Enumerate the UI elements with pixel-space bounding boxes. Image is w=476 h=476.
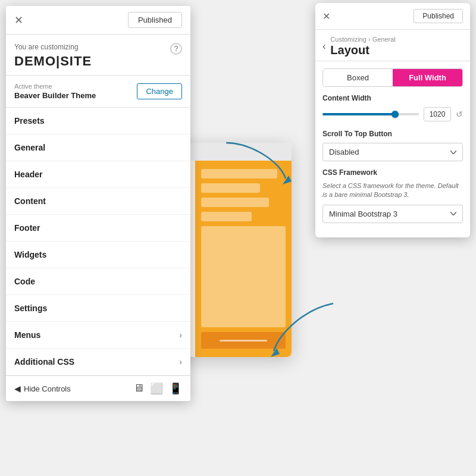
boxed-option-button[interactable]: Boxed bbox=[323, 69, 393, 86]
css-framework-description: Select a CSS framework for the theme. De… bbox=[322, 181, 463, 200]
nav-item-label: Settings bbox=[14, 303, 47, 313]
content-width-slider-row: ↺ bbox=[322, 107, 463, 121]
left-customizer-panel: ✕ Published You are customizing DEMO|SIT… bbox=[6, 6, 190, 401]
placeholder-bar bbox=[201, 169, 277, 178]
nav-menu: Presets General Header Content Footer Wi… bbox=[6, 108, 190, 375]
left-close-button[interactable]: ✕ bbox=[14, 15, 23, 26]
slider-reset-icon[interactable]: ↺ bbox=[456, 109, 463, 119]
nav-item-label: Content bbox=[14, 196, 46, 206]
nav-item-label: Presets bbox=[14, 116, 45, 126]
nav-item-label: Additional CSS bbox=[14, 357, 74, 367]
right-panel-header: ✕ Published bbox=[315, 3, 470, 30]
placeholder-bar bbox=[201, 183, 260, 193]
layout-toggle-group: Boxed Full Width bbox=[322, 68, 463, 87]
site-text: You are customizing DEMO|SITE bbox=[14, 43, 92, 69]
controls-bar: ◀ Hide Controls 🖥 ⬜ 📱 bbox=[6, 375, 190, 401]
content-width-input[interactable] bbox=[424, 107, 451, 121]
nav-item-label: Code bbox=[14, 277, 35, 286]
breadcrumb: Customizing › General bbox=[330, 36, 395, 43]
chevron-right-icon: › bbox=[179, 357, 182, 367]
arrow-left-icon: ◀ bbox=[14, 384, 21, 393]
hide-controls-button[interactable]: ◀ Hide Controls bbox=[14, 384, 71, 393]
placeholder-bar bbox=[201, 198, 269, 207]
left-publish-button[interactable]: Published bbox=[128, 12, 182, 28]
theme-info: Active theme Beaver Builder Theme bbox=[14, 83, 96, 100]
nav-item-code[interactable]: Code bbox=[6, 268, 190, 295]
full-width-option-button[interactable]: Full Width bbox=[393, 69, 462, 86]
right-customizer-panel: ✕ Published ‹ Customizing › General Layo… bbox=[315, 3, 470, 237]
chevron-right-icon: › bbox=[179, 330, 182, 340]
right-close-button[interactable]: ✕ bbox=[322, 11, 330, 22]
help-icon[interactable]: ? bbox=[170, 43, 182, 55]
theme-section: Active theme Beaver Builder Theme Change bbox=[6, 76, 190, 108]
mobile-icon[interactable]: 📱 bbox=[169, 382, 182, 395]
panel-title: Layout bbox=[330, 43, 395, 57]
nav-item-content[interactable]: Content bbox=[6, 188, 190, 215]
nav-item-label: General bbox=[14, 143, 45, 152]
content-width-label: Content Width bbox=[322, 94, 463, 102]
nav-item-footer[interactable]: Footer bbox=[6, 215, 190, 242]
sidebar-content-placeholder bbox=[195, 161, 292, 357]
right-panel-nav: ‹ Customizing › General Layout bbox=[315, 30, 470, 61]
nav-item-label: Footer bbox=[14, 223, 40, 233]
tablet-icon[interactable]: ⬜ bbox=[150, 382, 163, 395]
nav-item-label: Menus bbox=[14, 330, 40, 340]
placeholder-bottom-bar bbox=[201, 332, 286, 349]
nav-item-label: Widgets bbox=[14, 250, 46, 259]
breadcrumb-container: Customizing › General Layout bbox=[330, 36, 395, 57]
you-are-label: You are customizing bbox=[14, 43, 92, 51]
placeholder-tall-bar bbox=[201, 226, 286, 327]
nav-item-menus[interactable]: Menus › bbox=[6, 322, 190, 349]
nav-item-label: Header bbox=[14, 170, 42, 179]
bottom-line-decoration bbox=[220, 340, 267, 342]
scroll-to-top-label: Scroll To Top Button bbox=[322, 130, 463, 138]
right-publish-button[interactable]: Published bbox=[414, 9, 463, 23]
nav-item-widgets[interactable]: Widgets bbox=[6, 242, 190, 268]
change-theme-button[interactable]: Change bbox=[137, 83, 182, 99]
nav-item-settings[interactable]: Settings bbox=[6, 295, 190, 322]
css-framework-select[interactable]: Minimal Bootstrap 3 Bootstrap 3 (Full) N… bbox=[322, 205, 463, 223]
left-panel-header: ✕ Published bbox=[6, 6, 190, 35]
placeholder-bar bbox=[201, 212, 252, 221]
right-panel-body: Boxed Full Width Content Width ↺ Scroll … bbox=[315, 61, 470, 237]
back-button[interactable]: ‹ bbox=[322, 41, 325, 52]
site-name: DEMO|SITE bbox=[14, 54, 92, 69]
device-icons: 🖥 ⬜ 📱 bbox=[133, 382, 182, 395]
css-framework-label: CSS Framework bbox=[322, 168, 463, 177]
nav-item-additional-css[interactable]: Additional CSS › bbox=[6, 349, 190, 375]
css-framework-dropdown-wrapper: Minimal Bootstrap 3 Bootstrap 3 (Full) N… bbox=[322, 205, 463, 223]
theme-section-label: Active theme bbox=[14, 83, 96, 90]
nav-item-header[interactable]: Header bbox=[6, 161, 190, 188]
slider-fill bbox=[322, 113, 395, 115]
scroll-to-top-select[interactable]: Disabled Enabled bbox=[322, 143, 463, 161]
slider-track[interactable] bbox=[322, 113, 419, 115]
nav-item-general[interactable]: General bbox=[6, 134, 190, 161]
slider-thumb[interactable] bbox=[392, 111, 399, 118]
nav-item-presets[interactable]: Presets bbox=[6, 108, 190, 134]
scroll-to-top-dropdown-wrapper: Disabled Enabled bbox=[322, 143, 463, 161]
theme-name: Beaver Builder Theme bbox=[14, 91, 96, 100]
hide-controls-label: Hide Controls bbox=[24, 384, 71, 393]
site-info: You are customizing DEMO|SITE ? bbox=[6, 35, 190, 76]
desktop-icon[interactable]: 🖥 bbox=[133, 382, 144, 395]
